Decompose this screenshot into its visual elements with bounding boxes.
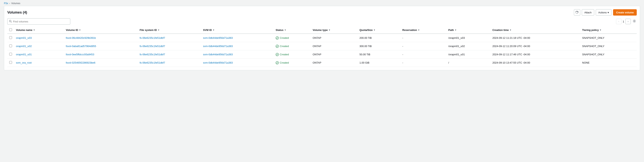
volume-name-link-1[interactable]: orapm01_u02 [16, 45, 32, 48]
th-path: Path ▼ [446, 26, 490, 34]
th-reservation: Reservation ▼ [400, 26, 446, 34]
svg-line-1 [11, 22, 12, 22]
volume-id-link-3[interactable]: fsvol-025465f2286923be6 [66, 61, 95, 64]
tiering-policy-3: NONE [580, 59, 637, 67]
pagination-page: 1 [623, 20, 624, 23]
volume-type-1: ONTAP [311, 42, 358, 50]
status-icon-0 [276, 36, 279, 40]
volume-type-3: ONTAP [311, 59, 358, 67]
status-cell-1: Created [276, 45, 309, 48]
pagination: ‹ 1 › [616, 19, 631, 24]
th-tiering-policy: Tiering policy ▼ [580, 26, 637, 34]
settings-button[interactable] [632, 19, 637, 24]
volume-name-link-3[interactable]: svm_ora_root [16, 61, 32, 64]
row-checkbox-2[interactable] [9, 53, 12, 56]
pagination-next-button[interactable]: › [625, 19, 631, 24]
svm-id-link-3[interactable]: svm-0db44de956d71a383 [203, 61, 233, 64]
actions-button[interactable]: Actions ▾ [596, 9, 612, 16]
svg-point-2 [634, 21, 635, 22]
th-file-system-id: File system ID ▼ [138, 26, 201, 34]
th-quota-size: Quota/Size ▼ [358, 26, 400, 34]
fs-id-link-2[interactable]: fs-06e6235c1fe51dbf7 [140, 53, 165, 56]
svm-id-link-1[interactable]: svm-0db44de956d71a383 [203, 45, 233, 48]
actions-chevron-icon: ▾ [608, 11, 609, 14]
tiering-policy-1: SNAPSHOT_ONLY [580, 42, 637, 50]
volume-id-link-0[interactable]: fsvol-06c48420c929b391b [66, 36, 96, 39]
toolbar: ‹ 1 › [7, 18, 637, 24]
sort-icon-volume-id: ▼ [79, 29, 81, 31]
th-status: Status ▼ [274, 26, 311, 34]
quota-size-1: 300.00 TiB [358, 42, 400, 50]
creation-time-2: 2024-09-12 11:17:46 UTC -04:00 [490, 50, 580, 59]
fs-id-link-3[interactable]: fs-06e6235c1fe51dbf7 [140, 61, 165, 64]
table-row: orapm01_u03 fsvol-06c48420c929b391b fs-0… [7, 34, 637, 42]
volume-type-0: ONTAP [311, 34, 358, 42]
table-body: orapm01_u03 fsvol-06c48420c929b391b fs-0… [7, 34, 637, 67]
quota-size-2: 50.00 TiB [358, 50, 400, 59]
refresh-button[interactable] [574, 9, 580, 16]
page-title-group: Volumes (4) [7, 10, 27, 14]
svm-id-link-2[interactable]: svm-0db44de956d71a383 [203, 53, 233, 56]
th-volume-name: Volume name ▼ [14, 26, 64, 34]
breadcrumb: FSx › Volumes [0, 0, 644, 6]
th-volume-type: Volume type ▼ [311, 26, 358, 34]
table-header-row: Volume name ▼ Volume ID ▼ File system ID… [7, 26, 637, 34]
volume-id-link-2[interactable]: fsvol-0ee5ffdccc93a9453 [66, 53, 94, 56]
svg-point-3 [276, 36, 278, 39]
quota-size-3: 1.00 GiB [358, 59, 400, 67]
select-all-checkbox[interactable] [9, 28, 12, 31]
header-actions: Attach Actions ▾ Create volume [574, 9, 637, 16]
breadcrumb-current: Volumes [11, 2, 20, 5]
tiering-policy-2: SNAPSHOT_ONLY [580, 50, 637, 59]
sort-icon-path: ▼ [454, 29, 456, 31]
sort-icon-quota-size: ▼ [374, 29, 376, 31]
sort-icon-svm-id: ▼ [213, 29, 214, 31]
reservation-3: - [400, 59, 446, 67]
sort-icon-volume-type: ▼ [328, 29, 330, 31]
search-input[interactable] [13, 20, 68, 23]
page-title: Volumes (4) [7, 10, 27, 14]
status-label-3: Created [280, 61, 289, 64]
status-icon-1 [276, 45, 279, 48]
sort-icon-volume-name: ▼ [33, 29, 35, 31]
sort-icon-reservation: ▼ [418, 29, 420, 31]
page-header: Volumes (4) Attach Actions ▾ Create volu… [7, 9, 637, 16]
svg-point-5 [276, 53, 278, 56]
status-cell-2: Created [276, 53, 309, 56]
search-box[interactable] [7, 18, 70, 24]
pagination-prev-button[interactable]: ‹ [616, 19, 622, 24]
table-row: svm_ora_root fsvol-025465f2286923be6 fs-… [7, 59, 637, 67]
svg-point-4 [276, 45, 278, 48]
settings-icon [633, 20, 636, 23]
status-cell-3: Created [276, 61, 309, 64]
svm-id-link-0[interactable]: svm-0db44de956d71a383 [203, 36, 233, 39]
reservation-1: - [400, 42, 446, 50]
reservation-2: - [400, 50, 446, 59]
sort-icon-fs-id: ▼ [158, 29, 160, 31]
fs-id-link-0[interactable]: fs-06e6235c1fe51dbf7 [140, 36, 165, 39]
table-row: orapm01_u01 fsvol-0ee5ffdccc93a9453 fs-0… [7, 50, 637, 59]
th-volume-id: Volume ID ▼ [64, 26, 138, 34]
path-2: /orapm01_u01 [446, 50, 490, 59]
fs-id-link-1[interactable]: fs-06e6235c1fe51dbf7 [140, 45, 165, 48]
sort-icon-status: ▼ [284, 29, 286, 31]
breadcrumb-separator: › [9, 2, 10, 4]
creation-time-1: 2024-09-12 11:20:09 UTC -04:00 [490, 42, 580, 50]
breadcrumb-parent-link[interactable]: FSx [4, 2, 8, 5]
status-label-0: Created [280, 36, 289, 39]
creation-time-3: 2024-09-10 13:47:55 UTC -04:00 [490, 59, 580, 67]
status-label-2: Created [280, 53, 289, 56]
search-icon [9, 20, 12, 23]
row-checkbox-1[interactable] [9, 44, 12, 47]
path-0: /orapm01_u03 [446, 34, 490, 42]
status-icon-2 [276, 53, 279, 56]
create-volume-button[interactable]: Create volume [613, 9, 637, 16]
attach-button[interactable]: Attach [582, 9, 594, 16]
row-checkbox-3[interactable] [9, 61, 12, 64]
volume-id-link-1[interactable]: fsvol-0aba81ad57964d955 [66, 45, 96, 48]
volume-name-link-2[interactable]: orapm01_u01 [16, 53, 32, 56]
path-3: / [446, 59, 490, 67]
volume-name-link-0[interactable]: orapm01_u03 [16, 36, 32, 39]
status-icon-3 [276, 61, 279, 64]
row-checkbox-0[interactable] [9, 36, 12, 39]
